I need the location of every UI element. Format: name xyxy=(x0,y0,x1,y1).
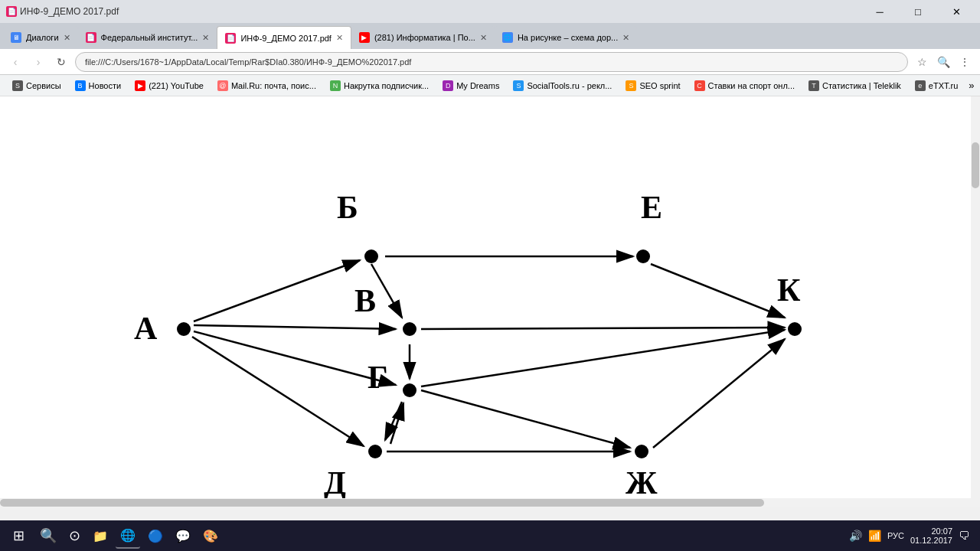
bookmark-etxt[interactable]: e eTXT.ru xyxy=(909,79,965,93)
tab-narisunke[interactable]: 🌐 На рисунке – схема дор... ✕ xyxy=(495,26,637,49)
bookmark-seosprint[interactable]: S SEO sprint xyxy=(619,79,686,93)
start-button[interactable]: ⊞ xyxy=(5,523,32,549)
bookmark-label-seosprint: SEO sprint xyxy=(639,81,680,90)
address-icons: ☆ 🔍 ⋮ xyxy=(913,53,974,71)
graph-svg: А Б В Е Г Д Ж К xyxy=(42,103,938,501)
bookmark-star-icon[interactable]: ☆ xyxy=(913,53,931,71)
tray-network[interactable]: 📶 xyxy=(868,530,881,542)
node-v xyxy=(403,322,416,336)
bookmark-novosti[interactable]: В Новости xyxy=(69,79,128,93)
bookmark-favicon-statistika: T xyxy=(808,80,819,91)
bookmark-favicon-mail: @ xyxy=(217,80,228,91)
url-input[interactable]: file:///C:/Users/1678~1/AppData/Local/Te… xyxy=(75,52,908,72)
bookmark-favicon-dreams: D xyxy=(443,80,453,91)
bookmarks-bar: S Сервисы В Новости ▶ (221) YouTube @ Ma… xyxy=(0,75,980,96)
taskbar: ⊞ 🔍 ⊙ 📁 🌐 🔵 💬 🎨 🔊 📶 РУС 20:07 01.12.2017… xyxy=(0,520,980,551)
tab-close-narisunke[interactable]: ✕ xyxy=(622,33,629,43)
edge-a-v xyxy=(194,325,396,329)
tab-label-inf9: ИНФ-9_ДЕМО 2017.pdf xyxy=(240,34,332,43)
h-scrollbar-thumb[interactable] xyxy=(0,499,764,507)
bookmark-label-nakrutka: Накрутка подписчик... xyxy=(344,81,429,90)
bookmark-label-youtube: (221) YouTube xyxy=(149,81,204,90)
edge-g-zh xyxy=(421,390,630,448)
minimize-button[interactable]: ─ xyxy=(862,1,897,22)
window-controls: ─ □ ✕ xyxy=(862,1,974,22)
tab-close-informatika[interactable]: ✕ xyxy=(480,33,487,43)
tab-label-federal: Федеральный институт... xyxy=(101,33,198,42)
bookmarks-more[interactable]: » xyxy=(965,80,977,91)
taskbar-tray: 🔊 📶 РУС 20:07 01.12.2017 🗨 xyxy=(843,527,975,545)
close-button[interactable]: ✕ xyxy=(939,1,974,22)
taskbar-time-value: 20:07 xyxy=(910,527,952,536)
bookmark-label-servisy: Сервисы xyxy=(26,81,61,90)
bookmark-dreams[interactable]: D My Dreams xyxy=(436,79,505,93)
bookmark-servisy[interactable]: S Сервисы xyxy=(6,79,67,93)
tray-lang[interactable]: РУС xyxy=(887,531,904,540)
taskbar-explorer[interactable]: 📁 xyxy=(88,523,113,549)
node-a xyxy=(177,322,191,336)
bookmark-label-statistika: Статистика | Teleklik xyxy=(822,81,901,90)
node-e xyxy=(636,249,650,263)
back-button[interactable]: ‹ xyxy=(6,53,24,71)
tab-federal[interactable]: 📄 Федеральный институт... ✕ xyxy=(78,26,217,49)
node-b xyxy=(364,249,378,263)
tab-label-dialogi: Диалоги xyxy=(26,33,59,42)
bookmark-favicon-stavki: С xyxy=(694,80,705,91)
bookmark-favicon-seosprint: S xyxy=(626,80,636,91)
bookmark-favicon-servisy: S xyxy=(12,80,23,91)
label-a: А xyxy=(134,311,158,346)
tab-close-federal[interactable]: ✕ xyxy=(202,33,209,43)
bookmark-nakrutka[interactable]: N Накрутка подписчик... xyxy=(324,79,435,93)
bookmark-youtube[interactable]: ▶ (221) YouTube xyxy=(129,79,210,93)
tab-close-inf9[interactable]: ✕ xyxy=(336,33,343,43)
tab-dialogi[interactable]: 🖥 Диалоги ✕ xyxy=(3,26,78,49)
node-d xyxy=(368,445,382,458)
search-icon[interactable]: 🔍 xyxy=(934,53,952,71)
tab-inf9[interactable]: 📄 ИНФ-9_ДЕМО 2017.pdf ✕ xyxy=(217,26,351,49)
content-area: А Б В Е Г Д Ж К xyxy=(0,96,980,507)
url-text: file:///C:/Users/1678~1/AppData/Local/Te… xyxy=(85,57,411,67)
taskbar-chrome[interactable]: 🌐 xyxy=(116,523,140,549)
bookmark-label-novosti: Новости xyxy=(89,81,122,90)
taskbar-ie[interactable]: 🔵 xyxy=(143,523,168,549)
tab-icon-inf9: 📄 xyxy=(225,33,236,44)
bookmark-label-etxt: eTXT.ru xyxy=(929,81,959,90)
bookmark-favicon-novosti: В xyxy=(75,80,86,91)
label-b: Б xyxy=(337,190,358,225)
tray-volume[interactable]: 🔊 xyxy=(849,530,862,542)
taskbar-datetime[interactable]: 20:07 01.12.2017 xyxy=(910,527,952,545)
bookmark-label-stavki: Ставки на спорт онл... xyxy=(708,81,795,90)
edge-a-b xyxy=(194,260,360,321)
bookmark-favicon-etxt: e xyxy=(915,80,926,91)
tab-label-narisunke: На рисунке – схема дор... xyxy=(518,33,618,42)
tab-icon-federal: 📄 xyxy=(86,32,96,43)
tab-label-informatika: (281) Информатика | По... xyxy=(374,33,475,42)
bookmark-mail[interactable]: @ Mail.Ru: почта, поис... xyxy=(211,79,322,93)
scrollbar-thumb[interactable] xyxy=(972,142,979,188)
scrollbar-track xyxy=(971,96,980,507)
graph-container: А Б В Е Г Д Ж К xyxy=(0,96,980,507)
maximize-button[interactable]: □ xyxy=(900,1,936,22)
tab-icon-informatika: ▶ xyxy=(359,32,370,43)
tab-icon-narisunke: 🌐 xyxy=(502,32,513,43)
chrome-menu-icon[interactable]: ⋮ xyxy=(956,53,974,71)
tab-close-dialogi[interactable]: ✕ xyxy=(64,33,70,43)
forward-button[interactable]: › xyxy=(29,53,47,71)
bookmark-socialtools[interactable]: S SocialTools.ru - рекл... xyxy=(507,79,618,93)
bookmark-statistika[interactable]: T Статистика | Teleklik xyxy=(802,79,907,93)
tray-notification[interactable]: 🗨 xyxy=(959,530,969,542)
taskbar-date-value: 01.12.2017 xyxy=(910,536,952,545)
edge-zh-k xyxy=(653,339,785,448)
bookmark-stavki[interactable]: С Ставки на спорт онл... xyxy=(688,79,801,93)
edge-v-k xyxy=(421,328,785,329)
taskbar-skype[interactable]: 💬 xyxy=(171,523,195,549)
label-zh: Ж xyxy=(626,465,658,500)
tab-informatika[interactable]: ▶ (281) Информатика | По... ✕ xyxy=(351,26,495,49)
bookmark-label-dreams: My Dreams xyxy=(456,81,499,90)
taskbar-search[interactable]: 🔍 xyxy=(35,523,61,549)
tabs-bar: 🖥 Диалоги ✕ 📄 Федеральный институт... ✕ … xyxy=(0,23,980,49)
label-d: Д xyxy=(324,465,346,500)
taskbar-cortana[interactable]: ⊙ xyxy=(64,523,85,549)
refresh-button[interactable]: ↻ xyxy=(52,53,70,71)
taskbar-app[interactable]: 🎨 xyxy=(198,523,223,549)
